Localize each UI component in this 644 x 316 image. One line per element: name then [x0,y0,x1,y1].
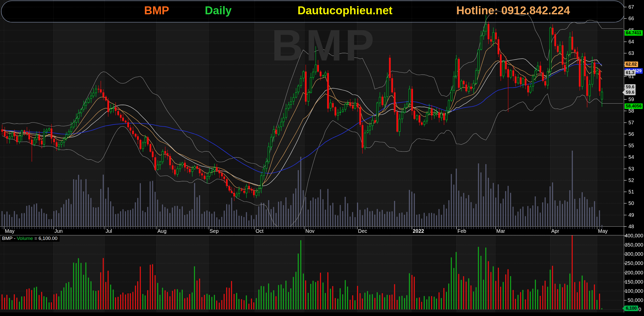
volume-axis-tick-label: 100,000 [623,288,643,294]
volume-marker-last: 6,100 [625,306,638,311]
time-axis-month-label: Apr [551,228,559,234]
volume-marker-arrow [622,306,625,311]
price-axis-tick-label: 56 [628,131,634,137]
ticker-symbol-label: BMP [144,4,169,17]
price-axis-tick-label: 57 [628,120,634,125]
price-marker-band-lower: 58.4056 [625,103,643,109]
price-axis-tick-label: 54 [628,154,634,160]
time-axis-month-label: Feb [457,228,466,234]
price-marker-last-close: 59.6 [625,90,636,95]
price-marker-arrow [622,90,625,95]
price-axis-tick-label: 59 [628,96,634,102]
time-axis-month-label: Aug [157,228,167,234]
time-axis-month-label: 2022 [413,228,424,234]
time-axis-month-label: Jul [106,228,112,234]
volume-axis-zero-label: 0 [638,307,641,312]
volume-pane-legend: BMP - Volume = 6,100.00 [1,235,60,242]
price-axis-tick-label: 49 [628,212,634,218]
volume-axis-tick-label: 300,000 [623,251,643,257]
volume-axis-tick-label: 200,000 [623,270,643,275]
price-marker-band-upper: 64.7411 [625,30,643,36]
time-axis-month-label: Oct [256,228,263,234]
volume-legend-value: = 6,100.00 [33,236,57,241]
price-axis-tick-label: 64 [628,39,634,44]
time-axis-month-label: Jun [54,228,63,234]
volume-legend-symbol: BMP [2,236,13,241]
time-axis-month-label: Nov [305,228,315,234]
price-axis-tick-label: 66 [628,16,634,21]
volume-legend-separator: - [13,236,17,241]
price-axis-tick-label: 63 [628,50,634,56]
time-axis-month-label: Dec [358,228,367,234]
price-axis-tick-label: 53 [628,166,634,172]
price-axis-tick-label: 50 [628,200,634,206]
volume-axis-tick-label: 400,000 [623,233,643,238]
time-axis-month-label: May [5,228,15,234]
volume-axis-tick-label: 150,000 [623,279,643,285]
time-axis-month-label: Sep [210,228,219,234]
price-axis-tick-label: 48 [628,224,634,229]
price-marker-last-close-stacked: 59.6 [625,84,636,90]
hotline-label: Hotline: 0912.842.224 [456,4,570,17]
volume-legend-series: Volume [17,236,33,241]
volume-axis-tick-label: 250,000 [623,260,643,266]
volume-axis-tick-label: 350,000 [623,242,643,248]
price-axis-tick-label: 67 [628,4,634,10]
symbol-watermark: BMP [271,20,377,70]
time-axis-month-label: May [598,228,608,234]
price-axis-tick-label: 51 [628,189,634,195]
price-marker-ma-orange: 62.02 [625,62,638,67]
site-brand-label: Dautucophieu.net [297,4,393,17]
chart-window: BMP BMP Daily Dautucophieu.net Hotline: … [0,0,644,316]
timeframe-label: Daily [205,4,232,17]
volume-axis-tick-label: 50,000 [623,297,643,303]
price-axis-tick-label: 52 [628,177,634,183]
time-axis-month-label: Mar [496,228,505,234]
price-marker-ma-white: 61.3 [625,70,636,76]
price-axis-tick-label: 55 [628,143,634,148]
